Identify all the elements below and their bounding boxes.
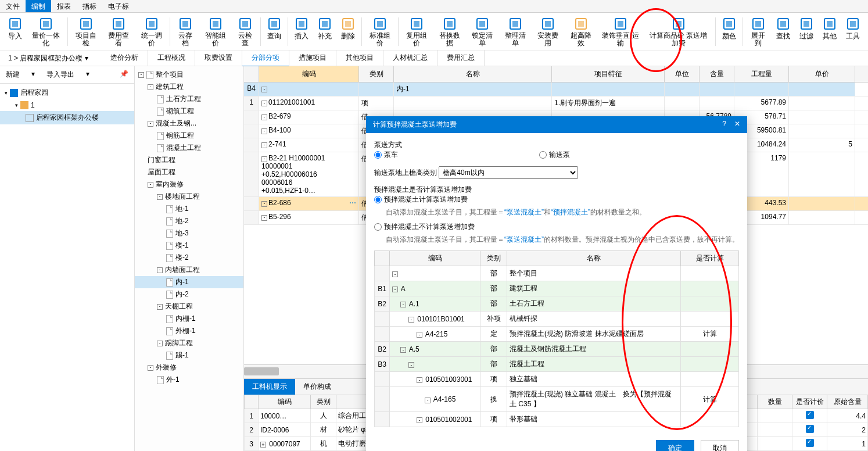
toggle-icon[interactable]: - xyxy=(148,121,153,127)
section-node[interactable]: 内-1 xyxy=(135,276,243,288)
section-node[interactable]: -混凝土及钢... xyxy=(135,117,243,130)
toggle-icon[interactable]: - xyxy=(148,84,153,90)
dialog-row[interactable]: - 部整个项目 xyxy=(375,266,739,281)
grid-header-cell[interactable]: 工程量 xyxy=(734,66,789,82)
tb-cloudcheck[interactable]: 云检查 xyxy=(232,15,259,48)
section-node[interactable]: 外-1 xyxy=(135,374,243,386)
tb-import[interactable]: 导入 xyxy=(3,15,27,48)
section-node[interactable]: -天棚工程 xyxy=(135,300,243,313)
tb-find[interactable]: 查找 xyxy=(772,15,795,48)
grid-header-cell[interactable]: 类别 xyxy=(359,66,394,82)
tb-tidy[interactable]: 整理清单 xyxy=(499,15,532,48)
dialog-row[interactable]: - A4-165换预拌混凝土(现浇) 独立基础 混凝土 换为【预拌混凝土 C35… xyxy=(375,387,739,412)
tab-0[interactable]: 造价分析 xyxy=(101,50,148,67)
tb-pump[interactable]: 计算商品砼 泵送增加费 xyxy=(644,15,713,48)
tab-3[interactable]: 分部分项 xyxy=(242,50,289,67)
tab-2[interactable]: 取费设置 xyxy=(195,50,242,67)
tab-4[interactable]: 措施项目 xyxy=(289,50,336,67)
bottom-tab-0[interactable]: 工料机显示 xyxy=(244,379,295,395)
tb-filter[interactable]: 过滤 xyxy=(795,15,818,48)
section-node[interactable]: -楼地面工程 xyxy=(135,191,243,203)
tb-adjust[interactable]: 统一调价 xyxy=(135,15,168,48)
section-node[interactable]: 砌筑工程 xyxy=(135,105,243,117)
import-export-button[interactable]: 导入导出 xyxy=(43,69,78,81)
section-node[interactable]: 混凝土工程 xyxy=(135,142,243,154)
grid-header-cell[interactable]: 编码 xyxy=(259,66,359,82)
dialog-row[interactable]: B1- A部建筑工程 xyxy=(375,281,739,296)
tb-color[interactable]: 颜色 xyxy=(718,15,741,48)
new-button[interactable]: 新建 xyxy=(2,69,23,81)
tb-other[interactable]: 其他 xyxy=(818,15,841,48)
section-node[interactable]: 屋面工程 xyxy=(135,166,243,178)
tb-search[interactable]: 查询 xyxy=(263,15,286,48)
menu-4[interactable]: 电子标 xyxy=(102,0,135,12)
tab-5[interactable]: 其他项目 xyxy=(336,50,383,67)
tb-tools[interactable]: 工具 xyxy=(841,15,865,48)
dialog-row[interactable]: B3- 部混凝土工程 xyxy=(375,357,739,372)
tb-check[interactable]: 项目自检 xyxy=(70,15,103,48)
tb-fee[interactable]: 费用查看 xyxy=(102,15,135,48)
grid-row[interactable]: B4-内-1 xyxy=(244,83,868,96)
close-icon[interactable]: ✕ xyxy=(734,120,740,128)
project-node[interactable]: ▾1 xyxy=(0,99,134,111)
section-node[interactable]: 地-2 xyxy=(135,215,243,227)
grid-header-cell[interactable]: 单位 xyxy=(665,66,700,82)
checkbox-icon[interactable] xyxy=(806,425,814,433)
opt-calc-radio[interactable]: 预拌混凝土计算泵送增加费 xyxy=(374,195,468,205)
tab-1[interactable]: 工程概况 xyxy=(148,50,195,67)
section-node[interactable]: 踢-1 xyxy=(135,349,243,361)
grid-row[interactable]: 1-011201001001项1.刷专用界面剂一遍5677.89 xyxy=(244,96,868,110)
toggle-icon[interactable]: - xyxy=(157,304,163,310)
tb-unify[interactable]: 量价一体化 xyxy=(27,15,66,48)
toggle-icon[interactable]: - xyxy=(157,267,163,273)
checkbox-icon[interactable] xyxy=(806,439,814,447)
menu-3[interactable]: 指标 xyxy=(77,0,102,12)
section-node[interactable]: 钢筋工程 xyxy=(135,130,243,142)
tb-cloud[interactable]: 云存档 xyxy=(172,15,199,48)
section-node[interactable]: 内-2 xyxy=(135,288,243,300)
section-node[interactable]: 地-3 xyxy=(135,227,243,239)
tb-supp[interactable]: 补充 xyxy=(313,15,336,48)
tb-expand[interactable]: 展开到 xyxy=(745,15,772,48)
section-node[interactable]: -外装修 xyxy=(135,361,243,374)
tb-reuse[interactable]: 复用组价 xyxy=(400,15,433,48)
grid-header-cell[interactable]: 项目特征 xyxy=(552,66,665,82)
tab-7[interactable]: 费用汇总 xyxy=(437,50,485,67)
menu-1[interactable]: 编制 xyxy=(26,0,51,12)
dialog-row[interactable]: - 010501002001项带形基础 xyxy=(375,412,739,427)
checkbox-icon[interactable] xyxy=(806,411,814,419)
section-node[interactable]: 门窗工程 xyxy=(135,154,243,166)
tb-group[interactable]: 智能组价 xyxy=(199,15,232,48)
section-node[interactable]: -踢脚工程 xyxy=(135,337,243,349)
menu-2[interactable]: 报表 xyxy=(51,0,77,12)
tb-replace[interactable]: 替换数据 xyxy=(433,15,467,48)
pin-icon[interactable]: 📌 xyxy=(116,69,132,81)
toggle-icon[interactable]: - xyxy=(138,72,144,78)
tab-6[interactable]: 人材机汇总 xyxy=(383,50,437,67)
breadcrumb[interactable]: 1 > 启程家园框架办公楼 ▾ xyxy=(5,52,92,65)
dialog-row[interactable]: B2- A.1部土石方工程 xyxy=(375,296,739,312)
pump-car-radio[interactable]: 泵车 xyxy=(374,150,398,160)
grid-header-cell[interactable]: 含量 xyxy=(700,66,734,82)
dialog-row[interactable]: B2- A.5部混凝土及钢筋混凝土工程 xyxy=(375,342,739,357)
tb-insert[interactable]: 插入 xyxy=(290,15,313,48)
opt-no-calc-radio[interactable]: 预拌混凝土不计算泵送增加费 xyxy=(374,222,475,232)
height-select[interactable]: 檐高40m以内 xyxy=(439,166,578,179)
section-node[interactable]: -室内装修 xyxy=(135,178,243,191)
tb-install[interactable]: 安装费用 xyxy=(532,15,565,48)
tb-delete[interactable]: 删除 xyxy=(336,15,360,48)
dialog-row[interactable]: - A4-215定预拌混凝土(现浇) 防滑坡道 抹水泥礓磋面层计算 xyxy=(375,327,739,342)
toggle-icon[interactable]: - xyxy=(148,365,153,371)
project-node[interactable]: ▾启程家园 xyxy=(0,86,134,99)
section-node[interactable]: -内墙面工程 xyxy=(135,264,243,276)
dialog-row[interactable]: - 010501003001项独立基础 xyxy=(375,372,739,387)
section-node[interactable]: 内棚-1 xyxy=(135,313,243,325)
toggle-icon[interactable]: - xyxy=(157,341,163,346)
dialog-titlebar[interactable]: 计算预拌混凝土泵送增加费 ?✕ xyxy=(366,116,747,133)
menu-0[interactable]: 文件 xyxy=(0,0,26,12)
toggle-icon[interactable]: - xyxy=(148,182,153,188)
grid-header-cell[interactable] xyxy=(244,66,259,82)
dialog-grid[interactable]: 编码 类别 名称 是否计算 - 部整个项目B1- A部建筑工程B2- A.1部土… xyxy=(374,250,739,427)
toggle-icon[interactable]: - xyxy=(157,194,163,200)
tb-high[interactable]: 超高降效 xyxy=(565,15,598,48)
